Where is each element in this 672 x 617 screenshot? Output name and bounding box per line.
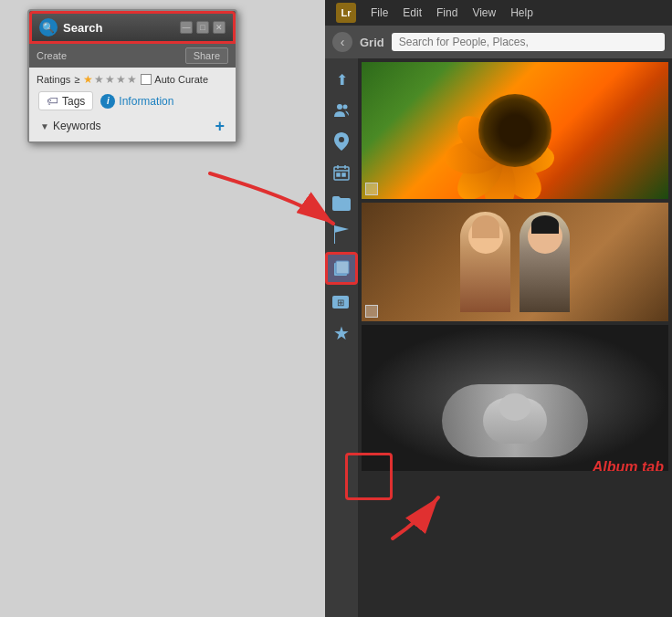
keywords-left: ▼ Keywords <box>40 120 101 132</box>
app-menubar: Lr File Edit Find View Help <box>325 0 672 26</box>
svg-rect-12 <box>336 261 349 274</box>
photo-baby <box>362 325 668 471</box>
info-label: Information <box>119 95 173 108</box>
svg-point-2 <box>339 137 344 142</box>
menu-edit[interactable]: Edit <box>403 6 422 19</box>
search-input[interactable] <box>392 33 665 51</box>
keywords-row: ▼ Keywords + <box>37 116 228 136</box>
information-button[interactable]: i Information <box>100 94 173 109</box>
photo-baby-item[interactable]: Album tab <box>362 325 668 471</box>
star-2[interactable]: ★ <box>94 73 104 86</box>
ratings-label: Ratings <box>37 74 70 85</box>
search-icon-circle: 🔍 <box>39 18 58 37</box>
star-5[interactable]: ★ <box>127 73 137 86</box>
location-icon[interactable] <box>328 128 355 155</box>
photo-flower-item[interactable] <box>362 62 668 199</box>
search-filters: Ratings ≥ ★ ★ ★ ★ ★ Auto Curate 🏷 Tags i… <box>29 68 236 141</box>
photo-checkbox-2[interactable] <box>365 305 378 318</box>
search-toolbar: Create Share <box>29 44 236 68</box>
album-icon[interactable] <box>325 252 358 285</box>
menu-find[interactable]: Find <box>436 6 457 19</box>
photo-checkbox-1[interactable] <box>365 183 378 195</box>
ratings-row: Ratings ≥ ★ ★ ★ ★ ★ Auto Curate <box>37 73 228 86</box>
svg-point-0 <box>337 104 342 110</box>
menu-file[interactable]: File <box>371 6 388 19</box>
photo-grid: Album tab <box>358 58 672 617</box>
search-title-text: Search <box>63 21 102 35</box>
minimize-button[interactable]: — <box>180 21 193 34</box>
grid-label: Grid <box>360 36 384 49</box>
flag-icon[interactable] <box>328 221 355 248</box>
star-4[interactable]: ★ <box>116 73 126 86</box>
tags-info-row: 🏷 Tags i Information <box>37 91 228 110</box>
star-1[interactable]: ★ <box>83 73 93 86</box>
add-keyword-button[interactable]: + <box>215 118 225 134</box>
tag-icon: 🏷 <box>47 94 58 108</box>
menu-help[interactable]: Help <box>510 6 533 19</box>
folder-icon[interactable] <box>328 190 355 217</box>
app-header: ‹ Grid <box>325 26 672 58</box>
create-label: Create <box>37 50 67 61</box>
search-title-left: 🔍 Search <box>39 18 102 37</box>
keywords-arrow: ▼ <box>40 121 49 131</box>
calendar-icon[interactable] <box>328 159 355 186</box>
stars-row: ★ ★ ★ ★ ★ <box>83 73 137 86</box>
ratings-gte: ≥ <box>74 74 79 85</box>
star-3[interactable]: ★ <box>105 73 115 86</box>
share-button[interactable]: Share <box>185 47 228 64</box>
smart-album-icon[interactable]: ⊞ <box>328 288 355 316</box>
photo-portrait <box>362 203 668 321</box>
star-icon[interactable]: ★ <box>328 319 355 347</box>
svg-text:⊞: ⊞ <box>337 298 344 308</box>
app-logo: Lr <box>336 3 356 23</box>
photo-flower <box>362 62 668 199</box>
photo-portrait-item[interactable] <box>362 203 668 321</box>
auto-curate-label: Auto Curate <box>154 74 208 85</box>
menu-view[interactable]: View <box>472 6 496 19</box>
album-tab-text: Album tab <box>593 459 664 471</box>
app-panel: Lr File Edit Find View Help ‹ Grid ⬆ <box>325 0 672 617</box>
restore-button[interactable]: □ <box>196 21 209 34</box>
svg-rect-7 <box>337 173 340 176</box>
search-titlebar: 🔍 Search — □ ✕ <box>29 11 236 44</box>
svg-point-1 <box>343 105 348 110</box>
close-button[interactable]: ✕ <box>213 21 226 34</box>
people-icon[interactable] <box>328 97 355 124</box>
keywords-label: Keywords <box>53 120 101 132</box>
icon-sidebar: ⬆ <box>325 58 358 617</box>
tags-button[interactable]: 🏷 Tags <box>38 91 93 110</box>
search-icon: 🔍 <box>42 22 55 34</box>
window-controls: — □ ✕ <box>180 21 226 34</box>
auto-curate-checkbox[interactable] <box>141 74 152 85</box>
import-icon[interactable]: ⬆ <box>328 66 355 93</box>
search-window: 🔍 Search — □ ✕ Create Share Ratings ≥ ★ … <box>27 9 237 143</box>
tags-label: Tags <box>62 95 85 108</box>
flower-center <box>478 94 551 167</box>
svg-marker-9 <box>334 225 349 233</box>
app-content: ⬆ <box>325 58 672 617</box>
svg-rect-8 <box>342 173 345 176</box>
info-icon: i <box>100 94 115 109</box>
auto-curate-option: Auto Curate <box>141 74 208 85</box>
back-button[interactable]: ‹ <box>332 32 352 52</box>
